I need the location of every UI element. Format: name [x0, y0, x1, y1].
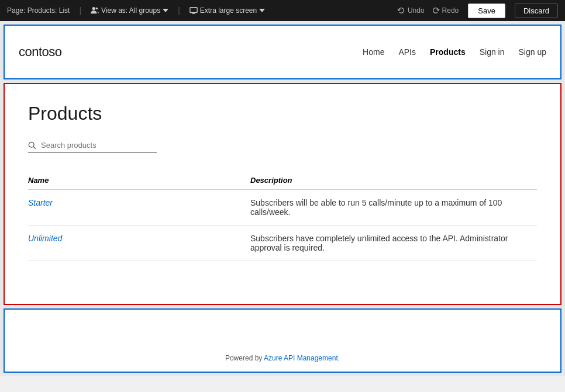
- nav-links: Home APIs Products Sign in Sign up: [363, 47, 546, 57]
- main-section: Products Name Description Starter Subscr…: [4, 83, 561, 305]
- page-label: Page: Products: List: [7, 6, 70, 15]
- product-name-cell: Unlimited: [28, 226, 250, 261]
- product-description-cell: Subscribers will be able to run 5 calls/…: [250, 190, 537, 226]
- undo-redo-group: Undo Redo: [397, 6, 459, 15]
- page-wrapper: contoso Home APIs Products Sign in Sign …: [0, 21, 565, 376]
- users-icon: [91, 6, 99, 15]
- discard-button[interactable]: Discard: [515, 4, 558, 18]
- product-name-link[interactable]: Unlimited: [28, 234, 62, 243]
- footer-section: Powered by Azure API Management.: [4, 308, 561, 373]
- nav-home[interactable]: Home: [363, 47, 384, 57]
- search-wrapper: [28, 141, 157, 152]
- search-input[interactable]: [41, 141, 146, 150]
- header-section: contoso Home APIs Products Sign in Sign …: [4, 25, 561, 79]
- toolbar-separator-1: |: [79, 6, 81, 15]
- footer-text: Powered by Azure API Management.: [225, 354, 340, 362]
- chevron-down-icon-2: [259, 8, 265, 13]
- save-button[interactable]: Save: [468, 4, 505, 18]
- monitor-icon: [190, 6, 198, 15]
- view-as-label: View as: All groups: [101, 6, 160, 15]
- screen-size-label: Extra large screen: [200, 6, 257, 15]
- site-nav: contoso Home APIs Products Sign in Sign …: [5, 26, 560, 78]
- footer-link[interactable]: Azure API Management.: [264, 354, 340, 362]
- search-icon: [28, 141, 36, 150]
- svg-point-0: [92, 7, 95, 10]
- table-header-row: Name Description: [28, 171, 537, 190]
- svg-line-6: [33, 147, 36, 149]
- col-header-description: Description: [250, 171, 537, 190]
- col-header-name: Name: [28, 171, 250, 190]
- svg-point-5: [29, 142, 34, 147]
- screen-size-control[interactable]: Extra large screen: [190, 6, 265, 15]
- nav-signin[interactable]: Sign in: [480, 47, 505, 57]
- site-logo: contoso: [19, 44, 62, 60]
- nav-signup[interactable]: Sign up: [519, 47, 546, 57]
- product-name-link[interactable]: Starter: [28, 198, 53, 207]
- chevron-down-icon: [163, 8, 168, 13]
- undo-button[interactable]: Undo: [397, 6, 425, 15]
- view-as-control[interactable]: View as: All groups: [91, 6, 168, 15]
- footer-static-text: Powered by: [225, 354, 264, 362]
- toolbar-separator-2: |: [178, 6, 180, 15]
- redo-icon: [432, 6, 440, 15]
- svg-point-1: [96, 8, 98, 10]
- product-name-cell: Starter: [28, 190, 250, 226]
- products-table: Name Description Starter Subscribers wil…: [28, 171, 537, 261]
- page-title: Products: [28, 103, 537, 124]
- toolbar: Page: Products: List | View as: All grou…: [0, 0, 565, 21]
- table-row: Starter Subscribers will be able to run …: [28, 190, 537, 226]
- redo-button[interactable]: Redo: [432, 6, 459, 15]
- product-description-cell: Subscribers have completely unlimited ac…: [250, 226, 537, 261]
- undo-icon: [397, 6, 405, 15]
- nav-apis[interactable]: APIs: [398, 47, 416, 57]
- svg-rect-2: [190, 8, 197, 13]
- nav-products[interactable]: Products: [430, 47, 466, 57]
- table-row: Unlimited Subscribers have completely un…: [28, 226, 537, 261]
